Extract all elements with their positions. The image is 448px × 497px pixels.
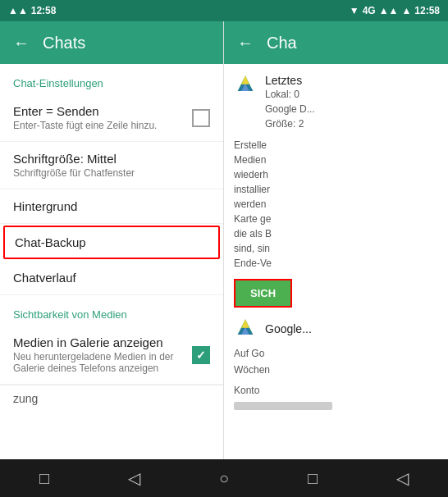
status-left: ▲▲ 12:58	[8, 5, 56, 16]
setting-text-background: Hintergrund	[13, 199, 77, 213]
setting-background[interactable]: Hintergrund	[0, 189, 223, 224]
bottom-nav: □ ◁ ○ □ ◁	[0, 459, 448, 497]
backup-title: Letztes	[265, 74, 315, 87]
setting-font-size[interactable]: Schriftgröße: Mittel Schriftgröße für Ch…	[0, 142, 223, 189]
backup-title-text: Letztes Lokal: 0 Google D... Größe: 2	[265, 74, 315, 131]
app-bar-left: ← Chats	[0, 21, 223, 64]
status-right: ▼ 4G ▲▲ ▲ 12:58	[350, 5, 440, 16]
settings-content: Chat-Einstellungen Enter = Senden Enter-…	[0, 64, 223, 459]
background-label: Hintergrund	[13, 199, 77, 213]
chatverlauf-label: Chatverlauf	[13, 271, 76, 285]
chat-backup-label: Chat-Backup	[15, 235, 86, 249]
sichern-button[interactable]: SICH	[234, 279, 292, 308]
media-gallery-sublabel: Neu heruntergeladene Medien in der Galer…	[13, 351, 192, 374]
google-section: Google... Auf Go Wöchen Konto	[234, 317, 438, 410]
setting-text-enter-send: Enter = Senden Enter-Taste fügt eine Zei…	[13, 104, 157, 131]
media-gallery-checkbox[interactable]	[192, 346, 210, 364]
setting-enter-send[interactable]: Enter = Senden Enter-Taste fügt eine Zei…	[0, 94, 223, 142]
backup-description: Erstelle Medien wiederh installier werde…	[234, 138, 438, 271]
font-size-sublabel: Schriftgröße für Chatfenster	[13, 167, 135, 179]
nav-square-left[interactable]: □	[33, 463, 56, 495]
main-split: ← Chats Chat-Einstellungen Enter = Sende…	[0, 21, 448, 459]
setting-text-chatverlauf: Chatverlauf	[13, 271, 76, 285]
back-button-left[interactable]: ←	[13, 34, 30, 52]
page-title-left: Chats	[43, 34, 85, 52]
right-panel: ← Cha Letztes Lokal: 0 Google D... Größe…	[224, 21, 448, 459]
section-header-chat: Chat-Einstellungen	[0, 64, 223, 94]
back-button-right[interactable]: ←	[237, 34, 254, 52]
setting-text-font-size: Schriftgröße: Mittel Schriftgröße für Ch…	[13, 152, 135, 179]
backup-section: Letztes Lokal: 0 Google D... Größe: 2 Er…	[234, 74, 438, 308]
status-bar: ▲▲ 12:58 ▼ 4G ▲▲ ▲ 12:58	[0, 0, 448, 21]
signal-icon-right: ▲▲	[379, 5, 399, 16]
google-details: Auf Go Wöchen	[234, 345, 438, 379]
signal-icon: ▲▲	[8, 5, 28, 16]
section-header-media: Sichtbarkeit von Medien	[0, 295, 223, 326]
nav-home[interactable]: ○	[213, 463, 235, 495]
google-drive-icon-top	[234, 74, 257, 97]
nav-back-left[interactable]: ◁	[121, 462, 147, 495]
left-panel-bottom-text: zung	[0, 385, 223, 412]
enter-send-checkbox[interactable]	[192, 109, 210, 127]
konto-label: Konto	[234, 382, 438, 399]
setting-media-gallery[interactable]: Medien in Galerie anzeigen Neu herunterg…	[0, 326, 223, 385]
google-title: Google...	[265, 322, 312, 335]
nav-back-right[interactable]: ◁	[390, 462, 415, 495]
google-header: Google...	[234, 317, 438, 340]
font-size-label: Schriftgröße: Mittel	[13, 152, 135, 166]
setting-text-chat-backup: Chat-Backup	[15, 235, 86, 249]
enter-send-sublabel: Enter-Taste fügt eine Zeile hinzu.	[13, 120, 157, 131]
gray-bar	[234, 402, 332, 410]
backup-meta: Lokal: 0 Google D... Größe: 2	[265, 87, 315, 131]
right-content: Letztes Lokal: 0 Google D... Größe: 2 Er…	[224, 64, 448, 459]
left-panel: ← Chats Chat-Einstellungen Enter = Sende…	[0, 21, 224, 459]
setting-chat-backup[interactable]: Chat-Backup	[3, 226, 220, 259]
setting-text-media-gallery: Medien in Galerie anzeigen Neu herunterg…	[13, 335, 192, 374]
google-drive-icon-bottom	[234, 317, 257, 340]
network-label: 4G	[363, 5, 376, 16]
media-gallery-label: Medien in Galerie anzeigen	[13, 335, 192, 349]
wifi-icon: ▼	[350, 5, 359, 16]
time-right: 12:58	[414, 5, 440, 16]
time-left: 12:58	[31, 5, 57, 16]
enter-send-label: Enter = Senden	[13, 104, 157, 118]
battery-icon: ▲	[401, 5, 411, 16]
app-bar-right: ← Cha	[224, 21, 448, 64]
nav-square-right[interactable]: □	[301, 463, 324, 495]
setting-chatverlauf[interactable]: Chatverlauf	[0, 261, 223, 295]
backup-header: Letztes Lokal: 0 Google D... Größe: 2	[234, 74, 438, 131]
page-title-right: Cha	[267, 34, 297, 52]
